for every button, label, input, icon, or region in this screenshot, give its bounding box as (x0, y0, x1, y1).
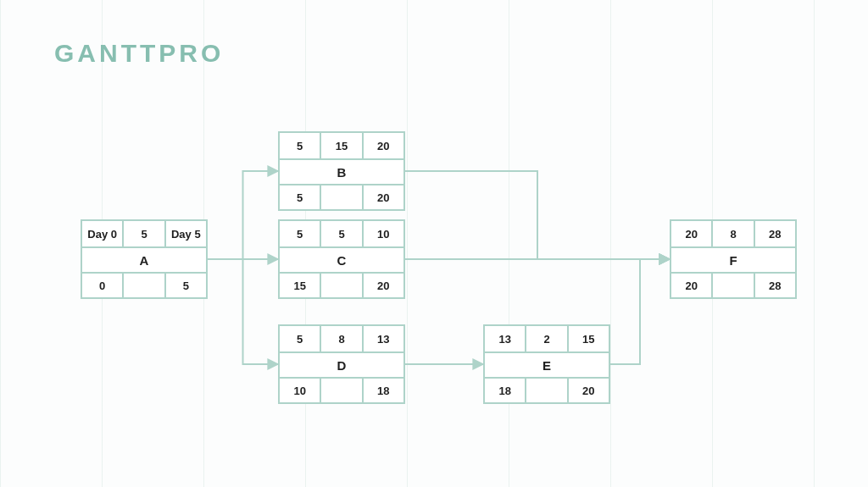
connector-a-b (208, 171, 278, 259)
cell-dur: 8 (713, 221, 754, 246)
cell-dur: 5 (321, 221, 363, 246)
activity-node-c: 5 5 10 C 15 20 (278, 219, 405, 299)
activity-node-f: 20 8 28 F 20 28 (670, 219, 797, 299)
cell-dur: 5 (124, 221, 165, 246)
cell-slack (321, 185, 363, 209)
cell-slack (321, 274, 363, 297)
cell-ls: 10 (280, 379, 321, 402)
cell-es: 13 (485, 326, 526, 351)
activity-label: F (671, 248, 795, 272)
cell-lf: 20 (364, 185, 403, 209)
cell-ls: 18 (485, 379, 526, 402)
cell-es: Day 0 (82, 221, 124, 246)
activity-node-e: 13 2 15 E 18 20 (483, 324, 610, 404)
activity-label: E (485, 353, 609, 377)
connector-b-f (405, 171, 670, 259)
cell-ef: 10 (364, 221, 403, 246)
cell-ls: 20 (671, 274, 713, 297)
cell-slack (124, 274, 165, 297)
activity-node-d: 5 8 13 D 10 18 (278, 324, 405, 404)
cell-dur: 2 (526, 326, 568, 351)
cell-es: 5 (280, 326, 321, 351)
cell-es: 5 (280, 221, 321, 246)
cell-ef: 15 (569, 326, 609, 351)
diagram-canvas: GANTTPRO Day 0 5 Day 5 A 0 5 5 15 20 B 5… (0, 0, 868, 487)
cell-lf: 18 (364, 379, 403, 402)
cell-es: 20 (671, 221, 713, 246)
connector-a-d (208, 259, 278, 364)
cell-dur: 8 (321, 326, 363, 351)
connector-e-f (610, 259, 670, 364)
cell-dur: 15 (321, 133, 363, 158)
brand-logo: GANTTPRO (54, 39, 224, 68)
cell-ls: 5 (280, 185, 321, 209)
cell-ef: 20 (364, 133, 403, 158)
cell-lf: 28 (755, 274, 795, 297)
cell-ef: 28 (755, 221, 795, 246)
activity-label: A (82, 248, 206, 272)
cell-ls: 15 (280, 274, 321, 297)
activity-node-b: 5 15 20 B 5 20 (278, 131, 405, 211)
activity-label: C (280, 248, 403, 272)
activity-label: B (280, 160, 403, 184)
cell-slack (713, 274, 754, 297)
activity-label: D (280, 353, 403, 377)
cell-slack (321, 379, 363, 402)
cell-lf: 5 (166, 274, 206, 297)
cell-ls: 0 (82, 274, 124, 297)
cell-slack (526, 379, 568, 402)
activity-node-a: Day 0 5 Day 5 A 0 5 (81, 219, 208, 299)
cell-lf: 20 (569, 379, 609, 402)
cell-ef: Day 5 (166, 221, 206, 246)
cell-es: 5 (280, 133, 321, 158)
cell-ef: 13 (364, 326, 403, 351)
cell-lf: 20 (364, 274, 403, 297)
